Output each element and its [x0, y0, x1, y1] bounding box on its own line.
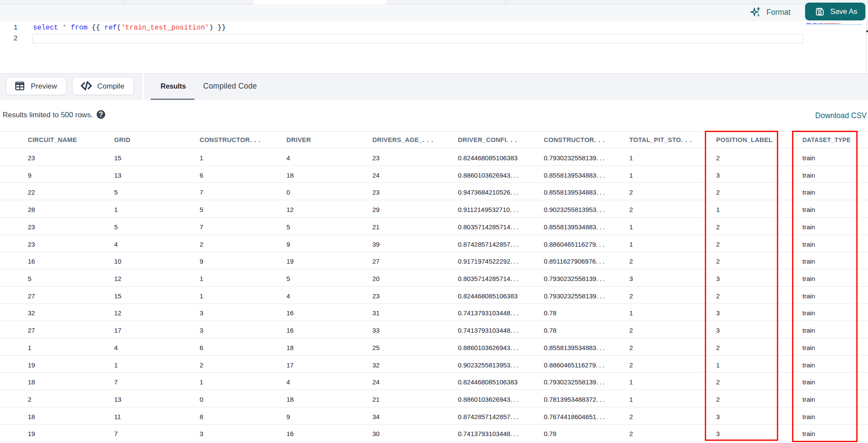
svg-text:?: ? [99, 111, 103, 118]
